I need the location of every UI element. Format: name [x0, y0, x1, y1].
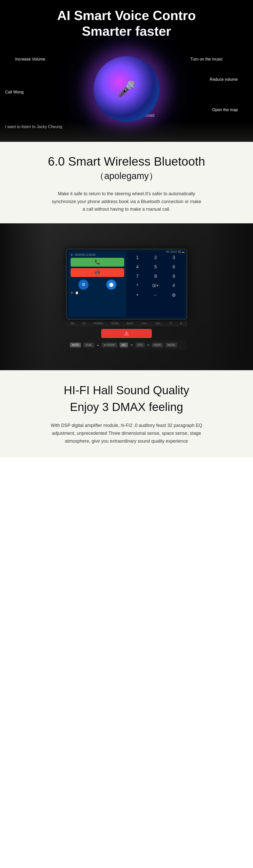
dial-pad: 1 2 3 4 5 6 7 8 9 * 0/+ # + ← ⚙ [127, 251, 184, 317]
hvac-temp-down: ▼ [131, 344, 133, 346]
bt-controls-row: ⚙ ⬤ [71, 280, 124, 290]
emergency-section: ⚠ [51, 329, 202, 338]
dial-key-5[interactable]: 5 [147, 263, 164, 271]
hvac-front[interactable]: ⟰ FRONT [102, 343, 117, 347]
voice-title-line2: Smarter faster [0, 23, 253, 39]
screen-statusbar: 4G 10:21 ⬛ ▬ [166, 250, 184, 253]
ctrl-music[interactable]: 🎵 [169, 322, 172, 325]
ctrl-vol-minus[interactable]: VOL- [155, 322, 161, 325]
bt-extra-icon: 📋 [75, 291, 79, 294]
dial-key-7[interactable]: 7 [129, 272, 146, 281]
bluetooth-subtitle: （apolegamy） [15, 170, 238, 182]
dial-key-star[interactable]: * [129, 282, 146, 290]
dial-key-2[interactable]: 2 [147, 253, 164, 262]
voice-title-line1: AI Smart Voice Contro [0, 8, 253, 23]
bt-extra-row: ⚙ 📋 [71, 291, 124, 294]
hifi-title-line2: Enjoy 3 DMAX feeling [15, 400, 238, 415]
screen-time: 10:21 [170, 250, 177, 253]
ctrl-gear[interactable]: ⚙ [180, 322, 182, 325]
dial-key-settings[interactable]: ⚙ [165, 291, 182, 300]
hvac-off[interactable]: OFF [136, 343, 145, 347]
hvac-rear[interactable]: REAR [152, 343, 163, 347]
ground-texture [0, 122, 253, 142]
hvac-auto[interactable]: AUTO [70, 343, 81, 347]
hvac-dual[interactable]: DUAL [84, 343, 94, 347]
car-section: 4G 10:21 ⬛ ▬ ⚙ 00:00:00.11.00.00 📞 📵 [0, 223, 253, 370]
hifi-title-line1: HI-FI Hall Sound Quality [15, 383, 238, 398]
hvac-fan-icon: ❄ [147, 344, 149, 346]
hifi-section: HI-FI Hall Sound Quality Enjoy 3 DMAX fe… [0, 370, 253, 458]
car-bg-left [0, 223, 45, 370]
screen-signal: 4G [166, 250, 169, 253]
screen-wifi: ▬ [182, 250, 184, 253]
dial-key-back[interactable]: ← [147, 291, 164, 300]
dial-key-3[interactable]: 3 [165, 253, 182, 262]
bt-icon: ⚙ [71, 253, 73, 256]
voice-title-block: AI Smart Voice Contro Smarter faster [0, 0, 253, 39]
dial-key-hash[interactable]: # [165, 282, 182, 290]
bt-extra-label: ⚙ [71, 291, 73, 294]
dial-key-1[interactable]: 1 [129, 253, 146, 262]
screen-battery: ⬛ [178, 250, 181, 253]
car-hvac-controls: AUTO DUAL ▲ ⟰ FRONT A/C ▼ OFF ❄ REAR MOD… [66, 340, 187, 350]
microphone-icon: 🎤 [117, 80, 136, 98]
ctrl-vol-plus[interactable]: VOL+ [141, 322, 148, 325]
car-screen: 4G 10:21 ⬛ ▬ ⚙ 00:00:00.11.00.00 📞 📵 [66, 249, 187, 319]
call-end-button[interactable]: 📵 [71, 268, 124, 277]
bluetooth-section: 6.0 Smart Wireless Bluetooth （apolegamy）… [0, 142, 253, 223]
bt-time-display: 00:00:00.11.00.00 [75, 253, 95, 256]
dial-key-4[interactable]: 4 [129, 263, 146, 271]
bluetooth-description: Make it safe to return to the steering w… [51, 190, 202, 213]
dial-key-8[interactable]: 8 [147, 272, 164, 281]
label-open-map: Open the map [212, 107, 238, 112]
ctrl-back[interactable]: BACK [127, 322, 133, 325]
screen-left-panel: ⚙ 00:00:00.11.00.00 📞 📵 ⚙ ⬤ ⚙ 📋 [69, 251, 126, 317]
dial-key-0[interactable]: 0/+ [147, 282, 164, 290]
bluetooth-button[interactable]: ⚙ [78, 280, 89, 290]
bt-status-row: ⚙ 00:00:00.11.00.00 [71, 253, 124, 256]
dial-key-9[interactable]: 9 [165, 272, 182, 281]
emergency-button[interactable]: ⚠ [101, 329, 152, 338]
car-display: 4G 10:21 ⬛ ▬ ⚙ 00:00:00.11.00.00 📞 📵 [0, 223, 253, 370]
bt-connect-button[interactable]: ⬤ [106, 280, 116, 290]
ctrl-mc[interactable]: MC [71, 322, 75, 325]
ctrl-howe[interactable]: HOWE [111, 322, 119, 325]
dial-key-plus[interactable]: + [129, 291, 146, 300]
label-reduce-volume: Reduce volume [210, 77, 238, 82]
ctrl-nt[interactable]: NT [83, 322, 86, 325]
label-call-wong: Call Wong [5, 90, 24, 94]
label-turn-on-music: Turn on the music [191, 57, 223, 62]
screen-content: ⚙ 00:00:00.11.00.00 📞 📵 ⚙ ⬤ ⚙ 📋 [67, 249, 186, 319]
voice-section: AI Smart Voice Contro Smarter faster Inc… [0, 0, 253, 142]
dial-key-6[interactable]: 6 [165, 263, 182, 271]
voice-orb: 🎤 [94, 56, 159, 122]
car-controls-bar: MC NT POWER HOWE BACK VOL+ VOL- 🎵 ⚙ [66, 320, 187, 327]
ctrl-power[interactable]: POWER [94, 322, 103, 325]
bluetooth-title: 6.0 Smart Wireless Bluetooth [15, 154, 238, 168]
hvac-temp-up: ▲ [97, 344, 99, 346]
hifi-description: With DSP digital amplifier module, hi-FI… [51, 422, 202, 445]
hvac-mode[interactable]: MODE [165, 343, 177, 347]
car-bg-right [208, 223, 253, 370]
label-increase-volume: Increase Volume [15, 57, 45, 62]
call-answer-button[interactable]: 📞 [71, 258, 124, 267]
hvac-ac[interactable]: A/C [120, 343, 128, 347]
dashboard-container: 4G 10:21 ⬛ ▬ ⚙ 00:00:00.11.00.00 📞 📵 [51, 249, 202, 345]
